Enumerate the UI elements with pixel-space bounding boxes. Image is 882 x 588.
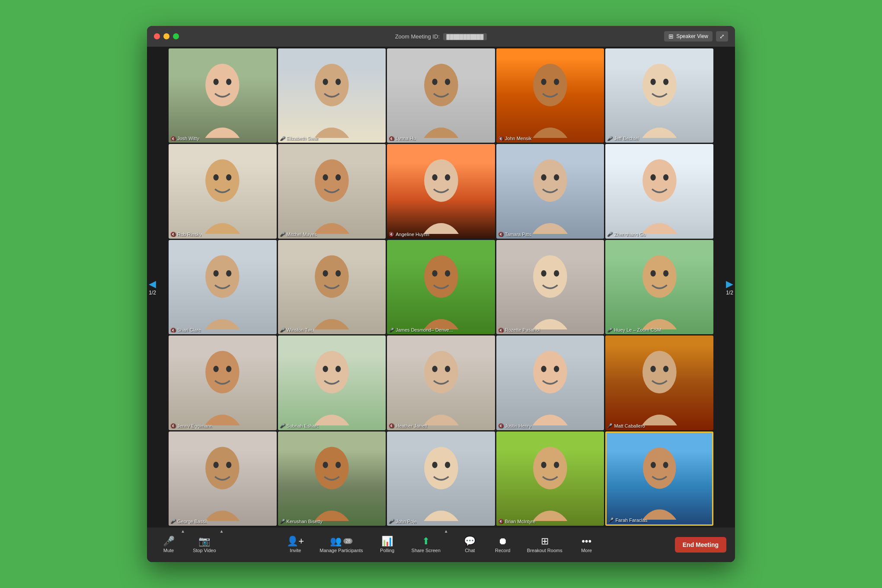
- manage-participants-button[interactable]: 👥 28 Manage Participants: [315, 534, 367, 556]
- participant-cell[interactable]: 🎤Matt Caballero: [605, 336, 713, 430]
- close-button[interactable]: [154, 33, 160, 39]
- record-label: Record: [495, 548, 510, 553]
- mute-arrow[interactable]: ▲: [179, 527, 187, 535]
- participant-cell[interactable]: 🔇Shari Clare: [169, 240, 277, 334]
- chat-icon: 💬: [464, 537, 476, 546]
- participant-mic-icon: 🔇: [170, 232, 176, 236]
- record-button[interactable]: ⏺ Record: [490, 534, 516, 556]
- invite-label: Invite: [290, 548, 301, 553]
- participant-mic-icon: 🔇: [498, 136, 503, 141]
- breakout-rooms-button[interactable]: ⊞ Breakout Rooms: [523, 534, 567, 556]
- microphone-icon: 🎤: [163, 537, 175, 546]
- participant-mic-icon: 🎤: [607, 136, 612, 141]
- svg-point-18: [650, 79, 655, 85]
- participant-mic-icon: 🎤: [280, 519, 285, 524]
- participant-mic-icon: 🎤: [280, 423, 285, 428]
- participant-video: 🎤Elizabeth Swan: [278, 48, 386, 143]
- participant-cell[interactable]: 🔇Rozette Pasahol: [496, 240, 604, 334]
- participant-cell[interactable]: 🔇Jenny Eggimann: [169, 336, 277, 430]
- participant-avatar: [496, 48, 604, 143]
- svg-point-81: [205, 447, 240, 489]
- svg-point-55: [554, 270, 559, 277]
- svg-point-38: [650, 174, 655, 181]
- participant-cell[interactable]: 🎤Mitchel Mayes: [278, 144, 386, 238]
- participant-cell[interactable]: 🔇John Mensik: [496, 48, 604, 143]
- participant-mic-icon: 🔇: [389, 232, 394, 236]
- participant-name: Mitchel Mayes: [287, 232, 317, 237]
- participant-cell[interactable]: 🎤Winston Twu: [278, 240, 386, 334]
- participant-cell[interactable]: 🔇Josh Witty: [169, 48, 277, 143]
- participant-name-label: 🎤John Poje: [389, 519, 417, 524]
- svg-point-2: [214, 79, 219, 85]
- participant-cell[interactable]: 🔇Lynna Hu: [387, 48, 495, 143]
- participant-cell[interactable]: 🎤James Desmond– Denve...: [387, 240, 495, 334]
- participant-cell[interactable]: 🎤Huey Le – Zoom CSM: [605, 240, 713, 334]
- participant-grid: 🔇Josh Witty🎤Elizabeth Swan🔇Lynna Hu🔇John…: [169, 48, 713, 526]
- participant-avatar: [169, 48, 277, 143]
- video-arrow[interactable]: ▲: [218, 527, 226, 535]
- participant-cell[interactable]: 🔇Angeline Huynh: [387, 144, 495, 238]
- participant-cell[interactable]: 🔇Rob Rinsky: [169, 144, 277, 238]
- participant-cell[interactable]: 🎤Subriah Esharc: [278, 336, 386, 430]
- participant-video: 🔇Brian McIntyre: [496, 431, 604, 526]
- svg-point-87: [336, 461, 341, 468]
- invite-button[interactable]: 👤+ Invite: [282, 534, 308, 556]
- svg-point-26: [323, 174, 328, 181]
- svg-point-58: [650, 270, 655, 277]
- more-label: More: [581, 548, 592, 553]
- participant-cell[interactable]: 🎤Kerushan Bisetty: [278, 431, 386, 526]
- participant-cell[interactable]: 🎤Zhenghang Gu: [605, 144, 713, 238]
- participant-name-label: 🎤Mitchel Mayes: [280, 232, 317, 237]
- svg-point-93: [533, 447, 567, 489]
- participant-video: 🎤Huey Le – Zoom CSM: [605, 240, 713, 334]
- prev-page-button[interactable]: ◀ 1/2: [149, 278, 156, 296]
- polling-button[interactable]: 📊 Polling: [374, 534, 400, 556]
- participant-cell[interactable]: 🔇Brian McIntyre: [496, 431, 604, 526]
- participant-avatar: [607, 433, 712, 524]
- participant-mic-icon: 🎤: [389, 519, 394, 524]
- svg-point-23: [226, 174, 231, 181]
- fullscreen-button[interactable]: ⤢: [716, 31, 728, 42]
- share-arrow[interactable]: ▲: [442, 527, 450, 535]
- chat-button[interactable]: 💬 Chat: [457, 534, 483, 556]
- mute-button[interactable]: 🎤 Mute: [156, 534, 182, 556]
- participant-cell[interactable]: 🔇Justin Henry: [496, 336, 604, 430]
- participant-name: Matt Caballero: [614, 423, 645, 428]
- participant-cell[interactable]: 🎤Farah Faraclas: [605, 431, 713, 526]
- participant-name: Jenny Eggimann: [177, 423, 213, 428]
- end-meeting-button[interactable]: End Meeting: [675, 537, 726, 553]
- share-screen-button[interactable]: ⬆ Share Screen: [407, 534, 445, 556]
- participant-video: 🔇Rozette Pasahol: [496, 240, 604, 334]
- svg-point-94: [541, 461, 546, 468]
- camera-icon: 📷: [198, 537, 210, 546]
- maximize-button[interactable]: [173, 33, 179, 39]
- svg-point-70: [432, 366, 437, 372]
- svg-point-17: [642, 64, 677, 106]
- participant-cell[interactable]: 🔇Heather Jarrett: [387, 336, 495, 430]
- participant-video: 🎤John Poje: [387, 431, 495, 526]
- left-arrow-icon: ◀: [149, 278, 156, 290]
- svg-point-14: [541, 79, 546, 85]
- participant-cell[interactable]: 🔇Tamara Pitts: [496, 144, 604, 238]
- participant-name-label: 🎤Subriah Esharc: [280, 423, 319, 428]
- participant-mic-icon: 🎤: [280, 328, 285, 332]
- toolbar-center: 👤+ Invite 👥 28 Manage Participants 📊 Pol…: [282, 534, 599, 556]
- toolbar: 🎤 Mute ▲ 📷 Stop Video ▲ 👤+ Invite: [147, 527, 735, 562]
- more-button[interactable]: ••• More: [574, 534, 600, 556]
- participant-video: 🎤Zhenghang Gu: [605, 144, 713, 238]
- svg-point-61: [205, 351, 240, 393]
- participant-video: 🎤George Bassil: [169, 431, 277, 526]
- speaker-view-button[interactable]: ⊞ Speaker View: [664, 31, 713, 42]
- minimize-button[interactable]: [163, 33, 169, 39]
- svg-point-21: [205, 160, 240, 202]
- participant-cell[interactable]: 🎤Elizabeth Swan: [278, 48, 386, 143]
- svg-point-83: [226, 461, 231, 468]
- participant-cell[interactable]: 🎤Jeff Bechtel: [605, 48, 713, 143]
- svg-point-85: [315, 447, 349, 489]
- stop-video-button[interactable]: 📷 Stop Video: [189, 534, 220, 556]
- next-page-button[interactable]: ▶ 1/2: [726, 278, 733, 296]
- svg-point-11: [445, 79, 450, 85]
- participant-cell[interactable]: 🎤John Poje: [387, 431, 495, 526]
- participant-cell[interactable]: 🎤George Bassil: [169, 431, 277, 526]
- participant-mic-icon: 🎤: [607, 328, 612, 332]
